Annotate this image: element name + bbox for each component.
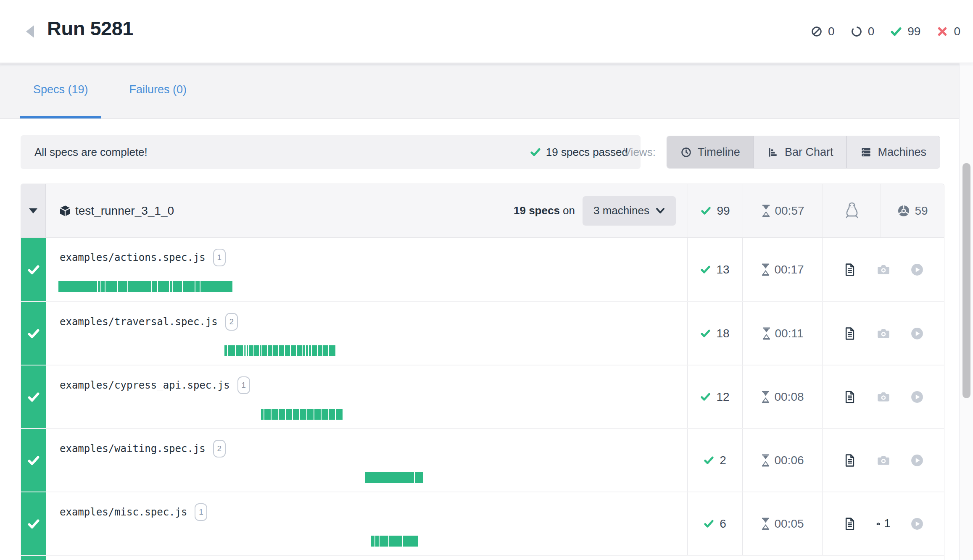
machines-view-button-label: Machines xyxy=(878,146,926,159)
output-log-button[interactable] xyxy=(843,517,857,531)
failed-count-value: 0 xyxy=(954,25,960,38)
check-icon xyxy=(890,26,902,37)
timeline-segment xyxy=(224,345,227,356)
spec-passed-cell: 13 xyxy=(687,238,742,301)
scrollbar-thumb[interactable] xyxy=(962,163,970,398)
check-icon xyxy=(27,327,40,340)
spec-row: examples/actions.spec.js11300:17 xyxy=(21,238,944,301)
spec-filename[interactable]: examples/misc.spec.js xyxy=(60,506,187,518)
group-specs-summary: 19 specs on xyxy=(514,204,575,217)
screenshots-button[interactable] xyxy=(876,263,891,277)
machines-dropdown[interactable]: 3 machines xyxy=(583,196,676,226)
timeline-segment xyxy=(244,345,245,356)
spec-passed-cell: 18 xyxy=(687,302,742,365)
video-button[interactable] xyxy=(910,326,924,341)
check-icon xyxy=(530,147,541,158)
spec-row-partial xyxy=(21,555,944,560)
spec-main: examples/actions.spec.js1 xyxy=(46,238,687,301)
spec-main xyxy=(46,556,944,560)
camera-icon xyxy=(876,326,891,341)
video-button[interactable] xyxy=(910,453,924,468)
tabs: Specs (19)Failures (0) xyxy=(0,63,973,118)
passed-count-value: 99 xyxy=(907,25,920,38)
timeline-segment xyxy=(307,409,314,420)
collapse-toggle[interactable] xyxy=(21,184,46,237)
spec-filename[interactable]: examples/traversal.spec.js xyxy=(60,316,218,328)
spec-duration-cell: 00:08 xyxy=(742,365,822,428)
video-button[interactable] xyxy=(910,263,924,277)
timeline-segment xyxy=(309,345,311,356)
file-line: examples/traversal.spec.js2 xyxy=(60,313,238,331)
timeline-segment xyxy=(273,345,278,356)
timeline-segment xyxy=(380,536,388,547)
screenshots-button[interactable] xyxy=(876,390,891,404)
screenshots-button[interactable]: 1 xyxy=(876,517,891,531)
file-line: examples/waiting.spec.js2 xyxy=(60,440,226,457)
tab-failures[interactable]: Failures (0) xyxy=(116,63,200,118)
spec-timeline-bar[interactable] xyxy=(365,472,423,483)
spec-timeline-bar[interactable] xyxy=(224,345,335,356)
back-icon[interactable] xyxy=(26,25,34,38)
screenshot-count: 1 xyxy=(884,517,890,530)
ban-icon xyxy=(811,26,823,37)
timeline-segment xyxy=(314,409,321,420)
app-header: Run 5281 00990 xyxy=(0,0,973,63)
camera-icon xyxy=(876,517,880,531)
check-icon xyxy=(27,391,40,403)
screenshots-button[interactable] xyxy=(876,453,891,468)
play-icon xyxy=(910,453,924,468)
timeline-segment xyxy=(336,409,343,420)
views-label: Views: xyxy=(624,146,656,159)
spec-duration-value: 00:11 xyxy=(775,327,804,340)
spec-filename[interactable]: examples/actions.spec.js xyxy=(60,252,206,263)
spec-passed-value: 6 xyxy=(720,517,726,531)
timeline-segment xyxy=(303,345,305,356)
output-log-button[interactable] xyxy=(843,453,857,468)
timeline-view-button[interactable]: Timeline xyxy=(667,136,754,168)
spec-duration-value: 00:06 xyxy=(774,454,804,467)
video-button[interactable] xyxy=(910,390,924,404)
spec-filename[interactable]: examples/waiting.spec.js xyxy=(60,443,206,455)
spec-status-cell xyxy=(21,492,46,555)
play-icon xyxy=(910,517,924,531)
timeline-segment xyxy=(173,281,182,292)
output-log-button[interactable] xyxy=(843,390,857,404)
spec-rows: examples/actions.spec.js11300:17examples… xyxy=(21,238,944,560)
timeline-segment xyxy=(297,345,302,356)
machines-view-button[interactable]: Machines xyxy=(846,136,940,168)
play-icon xyxy=(910,390,924,404)
spec-filename[interactable]: examples/cypress_api.spec.js xyxy=(60,379,230,391)
machine-badge: 1 xyxy=(195,503,207,521)
tab-specs[interactable]: Specs (19) xyxy=(20,63,101,118)
spec-timeline-bar[interactable] xyxy=(58,281,232,292)
screenshots-button[interactable] xyxy=(876,326,891,341)
failed-count: 0 xyxy=(936,25,960,38)
spec-main: examples/cypress_api.spec.js1 xyxy=(46,365,687,428)
banner-message: All specs are complete! xyxy=(34,146,148,159)
timeline-segment xyxy=(300,409,306,420)
timeline-segment xyxy=(403,536,418,547)
linux-penguin-icon xyxy=(844,201,860,221)
clock-icon xyxy=(680,147,692,158)
specs-table: test_runner_3_1_0 19 specs on 3 machines… xyxy=(21,184,944,560)
spec-status-cell xyxy=(21,238,46,301)
spec-row: examples/misc.spec.js1600:051 xyxy=(21,492,944,555)
machine-badge: 1 xyxy=(237,376,250,394)
timeline-segment xyxy=(293,409,299,420)
spec-duration-value: 00:17 xyxy=(774,263,804,276)
check-icon xyxy=(700,264,711,275)
output-log-button[interactable] xyxy=(843,263,857,277)
bar-chart-view-button[interactable]: Bar Chart xyxy=(754,136,847,168)
group-name: test_runner_3_1_0 xyxy=(75,204,174,218)
run-passed-check-icon xyxy=(165,24,182,40)
machine-badge: 1 xyxy=(213,249,226,266)
spec-timeline-bar[interactable] xyxy=(371,536,418,547)
timeline-segment xyxy=(279,409,285,420)
scrollbar-track[interactable] xyxy=(959,63,973,560)
group-on-label: on xyxy=(563,204,575,217)
views-switch: Views: TimelineBar ChartMachines xyxy=(624,135,940,169)
spec-status-cell xyxy=(21,556,46,560)
spec-timeline-bar[interactable] xyxy=(261,409,343,420)
video-button[interactable] xyxy=(910,517,924,531)
output-log-button[interactable] xyxy=(843,326,857,341)
